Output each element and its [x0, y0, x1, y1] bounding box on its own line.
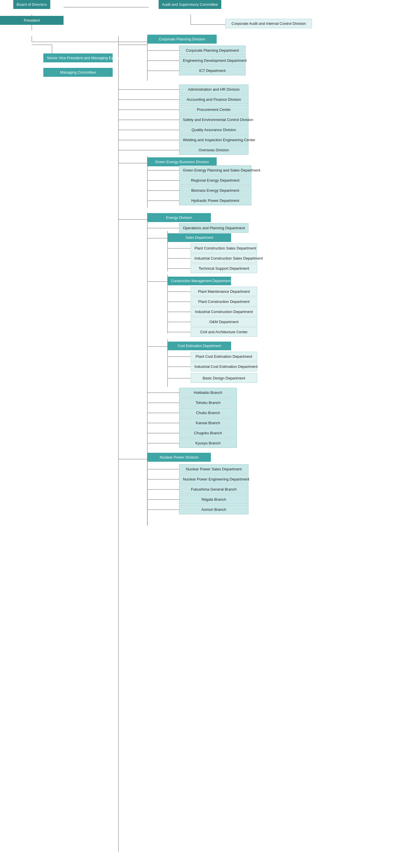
accounting: Accounting and Finance Division	[179, 95, 248, 104]
welding: Welding and Inspection Engineering Cente…	[179, 135, 248, 145]
corp-planning-dept: Corporate Planning Department	[179, 45, 245, 55]
svp: Senior Vice President and Managing Execu…	[43, 54, 113, 62]
president: President	[0, 16, 64, 25]
ict-dept: ICT Department	[179, 66, 245, 75]
procurement: Procurement Center	[179, 105, 248, 114]
industrial-cost: Industrial Cost Estimation Department	[191, 362, 257, 371]
corporate-audit: Corporate Audit and Internal Control Div…	[225, 19, 312, 28]
nuclear-sales: Nuclear Power Sales Department	[179, 464, 248, 474]
overseas: Overseas Division	[179, 145, 248, 155]
plant-construction: Plant Construction Department	[191, 297, 257, 306]
om-dept: O&M Department	[191, 317, 257, 327]
eng-dev-dept: Engineering Development Department	[179, 56, 245, 65]
nuclear-eng: Nuclear Power Engineering Department	[179, 474, 248, 484]
industrial-construction: Industrial Construction Department	[191, 307, 257, 316]
regional-energy: Regional Energy Department	[179, 176, 251, 185]
fukushima: Fukushima General Branch	[179, 485, 248, 494]
basic-design: Basic Design Department	[191, 373, 257, 383]
biomass: Biomass Energy Department	[179, 186, 251, 195]
green-energy-div: Green Energy Business Division	[147, 157, 217, 166]
ops-planning: Operations and Planning Department	[179, 223, 248, 233]
industrial-const-sales: Industrial Construction Sales Department	[191, 253, 257, 263]
corp-planning-div: Corporate Planning Division	[147, 35, 217, 43]
hokkaido: Hokkaido Branch	[179, 388, 237, 397]
cost-estimation: Cost Estimation Department	[168, 342, 231, 350]
green-planning: Green Energy Planning and Sales Departme…	[179, 165, 251, 175]
sales-dept: Sales Department	[168, 233, 231, 242]
niigata: Niigata Branch	[179, 495, 248, 504]
tohoku: Tohoku Branch	[179, 398, 237, 407]
nuclear-div: Nuclear Power Division	[147, 453, 211, 462]
energy-div: Energy Division	[147, 213, 211, 222]
kansai: Kansai Branch	[179, 418, 237, 428]
plant-maintenance: Plant Maintenance Department	[191, 287, 257, 296]
managing-committee: Managing Committee	[43, 68, 113, 77]
safety-env: Safety and Environmental Control Divisio…	[179, 115, 248, 124]
plant-const-sales: Plant Construction Sales Department	[191, 243, 257, 253]
chubu: Chubu Branch	[179, 408, 237, 417]
org-chart: Board of Directors Audit and Supervisory…	[0, 0, 416, 868]
hydraulic: Hydraulic Power Department	[179, 196, 251, 205]
aomori: Aomori Branch	[179, 505, 248, 514]
construction-mgmt: Construction Management Department	[168, 277, 231, 285]
civil-arch: Civil and Architecture Center	[191, 327, 257, 337]
tech-support: Technical Support Department	[191, 264, 257, 273]
admin-hr: Administration and HR Division	[179, 85, 248, 94]
chugoku: Chugoku Branch	[179, 428, 237, 438]
quality: Quality Assurance Division	[179, 125, 248, 134]
board-of-directors: Board of Directors	[0, 0, 64, 9]
audit-committee: Audit and Supervisory Committee	[149, 0, 231, 9]
kyusyu: Kyusyu Branch	[179, 438, 237, 448]
plant-cost: Plant Cost Estimation Department	[191, 352, 257, 361]
